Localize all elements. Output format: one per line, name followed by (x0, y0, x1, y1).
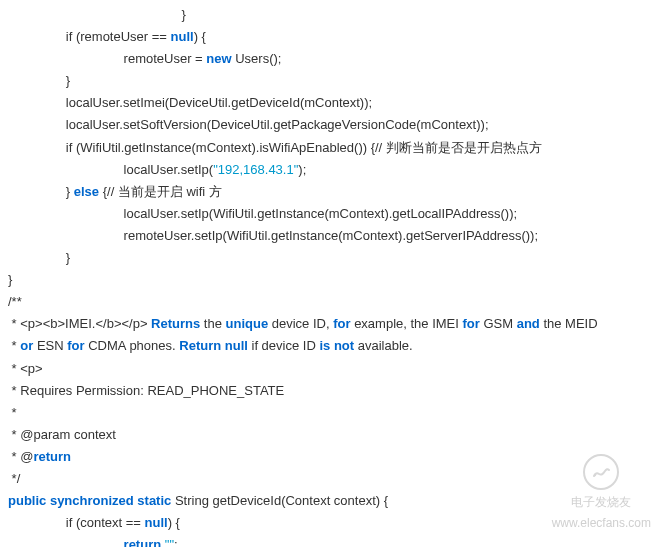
code-line: } (8, 269, 661, 291)
code-line: * or ESN for CDMA phones. Return null if… (8, 335, 661, 357)
code-line: } (8, 247, 661, 269)
code-line: } (8, 70, 661, 92)
code-line: } else {// 当前是开启 wifi 方 (8, 181, 661, 203)
code-line: * @param context (8, 424, 661, 446)
watermark-site: 电子发烧友 (552, 492, 651, 512)
code-line: if (remoteUser == null) { (8, 26, 661, 48)
watermark-url: www.elecfans.com (552, 513, 651, 533)
watermark-logo-icon (583, 454, 619, 490)
code-line: remoteUser = new Users(); (8, 48, 661, 70)
code-line: localUser.setIp("192,168.43.1"); (8, 159, 661, 181)
code-line: } (8, 4, 661, 26)
code-line: /** (8, 291, 661, 313)
code-line: localUser.setSoftVersion(DeviceUtil.getP… (8, 114, 661, 136)
code-line: localUser.setImei(DeviceUtil.getDeviceId… (8, 92, 661, 114)
code-line: * Requires Permission: READ_PHONE_STATE (8, 380, 661, 402)
code-line: if (WifiUtil.getInstance(mContext).isWif… (8, 137, 661, 159)
code-line: * (8, 402, 661, 424)
code-line: * <p><b>IMEI.</b></p> Returns the unique… (8, 313, 661, 335)
code-line: remoteUser.setIp(WifiUtil.getInstance(mC… (8, 225, 661, 247)
watermark: 电子发烧友 www.elecfans.com (552, 454, 651, 533)
code-line: return ""; (8, 534, 661, 547)
code-line: * <p> (8, 358, 661, 380)
code-line: localUser.setIp(WifiUtil.getInstance(mCo… (8, 203, 661, 225)
svg-point-0 (594, 474, 596, 476)
